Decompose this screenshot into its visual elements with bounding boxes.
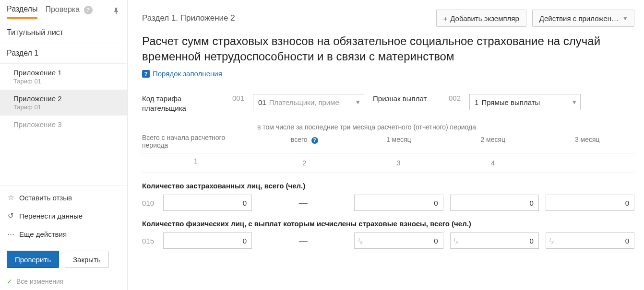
star-icon: ☆	[7, 193, 14, 202]
fx-icon: fx	[358, 236, 362, 245]
nav-app3[interactable]: Приложение 3	[0, 116, 127, 133]
pay-label: Признак выплат	[373, 94, 440, 104]
sidebar-actions: ☆ Оставить отзыв ↺ Перенести данные ⋯ Ещ…	[0, 185, 127, 246]
pay-value-text: Прямые выплаты	[481, 98, 540, 106]
row015-begin-input[interactable]	[163, 232, 252, 249]
page-title: Расчет сумм страховых взносов на обязате…	[142, 34, 634, 65]
row010-begin-input[interactable]	[163, 195, 252, 211]
check-icon: ✓	[7, 278, 12, 285]
action-feedback[interactable]: ☆ Оставить отзыв	[0, 188, 127, 207]
row-010-num: 010	[142, 199, 163, 207]
table-headers: Всего с начала расчетного периода всего …	[142, 134, 634, 153]
sidebar: Разделы Проверка ? Титульный лист Раздел…	[0, 0, 128, 290]
tab-check-label: Проверка	[45, 5, 80, 13]
col-m2: 2 месяц	[446, 134, 540, 149]
tariff-value-text: Плательщики, приме	[269, 98, 339, 106]
nav-app2-label: Приложение 2	[13, 94, 120, 103]
tab-check[interactable]: Проверка ?	[45, 5, 92, 18]
topbar: Раздел 1. Приложение 2 + Добавить экземп…	[142, 10, 634, 27]
save-status-label: Все изменения	[16, 278, 63, 285]
pay-code: 002	[449, 94, 461, 102]
table-group-header: в том числе за последние три месяца расч…	[257, 123, 634, 134]
plus-icon: +	[443, 14, 448, 23]
chevron-down-icon: ▾	[572, 98, 576, 106]
save-status: ✓ Все изменения	[0, 273, 127, 290]
action-more-label: Еще действия	[19, 230, 67, 238]
row-015: 015 — fx fx fx	[142, 232, 634, 249]
row-010-title: Количество застрахованных лиц, всего (че…	[142, 182, 634, 190]
fx-icon: fx	[454, 236, 458, 245]
attachment-actions-label: Действия с приложен…	[539, 14, 619, 23]
col-m3: 3 месяц	[540, 134, 635, 149]
table: в том числе за последние три месяца расч…	[142, 123, 634, 249]
tariff-select[interactable]: 01 Плательщики, приме ▾	[253, 94, 364, 110]
check-button[interactable]: Проверить	[7, 251, 59, 268]
nav-app2-tariff: Тариф 01	[13, 104, 120, 111]
attachment-actions-button[interactable]: Действия с приложен… ▾	[532, 10, 634, 27]
table-col-numbers: 1 2 3 4	[142, 153, 634, 173]
fx-icon: fx	[549, 236, 554, 245]
pay-value-prefix: 1	[475, 98, 478, 106]
dash-icon: —	[259, 236, 347, 246]
nav-app1[interactable]: Приложение 1 Тариф 01	[0, 64, 127, 90]
action-more[interactable]: ⋯ Еще действия	[0, 225, 127, 243]
row010-m3-input[interactable]	[546, 195, 634, 211]
nav-app1-tariff: Тариф 01	[13, 78, 120, 85]
nav-app1-label: Приложение 1	[13, 69, 120, 77]
close-button[interactable]: Закрыть	[65, 251, 109, 268]
chevron-down-icon: ▾	[623, 14, 627, 23]
sidebar-nav: Титульный лист Раздел 1 Приложение 1 Тар…	[0, 23, 127, 185]
fill-order-link[interactable]: ? Порядок заполнения	[142, 70, 222, 78]
col-m1: 1 месяц	[352, 134, 446, 149]
nav-section1[interactable]: Раздел 1	[0, 43, 127, 64]
tariff-label: Код тарифа плательщика	[142, 94, 224, 113]
action-transfer-label: Перенести данные	[19, 212, 83, 220]
pay-select[interactable]: 1 Прямые выплаты ▾	[469, 94, 581, 110]
col-total: всего ?	[257, 134, 352, 149]
row015-m2-input[interactable]	[450, 232, 539, 249]
breadcrumb: Раздел 1. Приложение 2	[142, 13, 430, 23]
nav-title-page[interactable]: Титульный лист	[0, 23, 127, 43]
row-010: 010 —	[142, 195, 634, 211]
transfer-icon: ↺	[7, 211, 14, 220]
sidebar-tabs: Разделы Проверка ?	[0, 0, 127, 19]
dash-icon: —	[259, 198, 347, 208]
tariff-value-prefix: 01	[258, 98, 266, 106]
chevron-down-icon: ▾	[356, 98, 360, 106]
help-icon: ?	[84, 6, 93, 14]
tariff-code: 001	[232, 94, 244, 102]
sidebar-buttons: Проверить Закрыть	[0, 246, 127, 273]
help-icon[interactable]: ?	[311, 137, 318, 144]
main-content: Раздел 1. Приложение 2 + Добавить экземп…	[128, 0, 644, 290]
col-begin: Всего с начала расчетного периода	[142, 134, 257, 149]
add-instance-button[interactable]: + Добавить экземпляр	[436, 10, 526, 27]
tab-sections[interactable]: Разделы	[7, 5, 37, 19]
action-feedback-label: Оставить отзыв	[19, 194, 72, 202]
params-row: Код тарифа плательщика 001 01 Плательщик…	[142, 94, 634, 113]
action-transfer[interactable]: ↺ Перенести данные	[0, 207, 127, 225]
help-square-icon: ?	[142, 70, 150, 78]
nav-app2[interactable]: Приложение 2 Тариф 01	[0, 90, 127, 116]
add-instance-label: Добавить экземпляр	[450, 14, 519, 23]
row015-m1-input[interactable]	[354, 232, 443, 249]
fill-order-label: Порядок заполнения	[153, 70, 222, 78]
row015-m3-input[interactable]	[546, 232, 634, 249]
more-icon: ⋯	[7, 230, 14, 238]
row-015-num: 015	[142, 237, 163, 245]
pin-icon[interactable]	[113, 7, 120, 16]
row010-m1-input[interactable]	[354, 195, 443, 211]
row-015-title: Количество физических лиц, с выплат кото…	[142, 220, 634, 228]
row010-m2-input[interactable]	[450, 195, 539, 211]
